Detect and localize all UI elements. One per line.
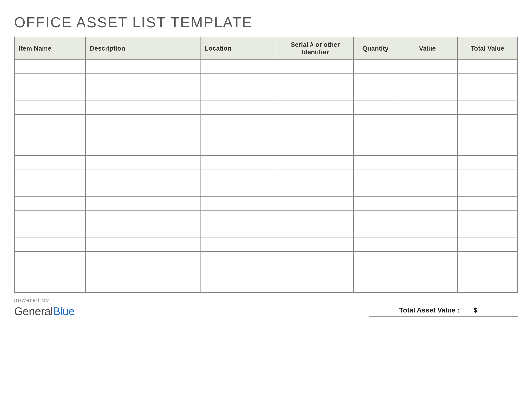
cell-description[interactable] [86, 169, 200, 183]
cell-location[interactable] [200, 87, 277, 101]
cell-total_value[interactable] [457, 60, 518, 73]
cell-location[interactable] [200, 156, 277, 169]
cell-serial[interactable] [277, 224, 353, 238]
cell-item_name[interactable] [15, 114, 86, 128]
cell-total_value[interactable] [457, 197, 518, 210]
cell-serial[interactable] [277, 60, 353, 73]
cell-serial[interactable] [277, 73, 353, 87]
cell-serial[interactable] [277, 183, 353, 197]
cell-serial[interactable] [277, 156, 353, 169]
cell-description[interactable] [86, 142, 200, 156]
cell-serial[interactable] [277, 114, 353, 128]
cell-description[interactable] [86, 73, 200, 87]
cell-total_value[interactable] [457, 114, 518, 128]
cell-value[interactable] [397, 73, 457, 87]
cell-location[interactable] [200, 128, 277, 142]
cell-description[interactable] [86, 114, 200, 128]
cell-quantity[interactable] [353, 128, 397, 142]
cell-quantity[interactable] [353, 156, 397, 169]
cell-value[interactable] [397, 169, 457, 183]
cell-item_name[interactable] [15, 128, 86, 142]
cell-item_name[interactable] [15, 60, 86, 73]
cell-serial[interactable] [277, 252, 353, 265]
cell-total_value[interactable] [457, 265, 518, 279]
cell-quantity[interactable] [353, 197, 397, 210]
cell-serial[interactable] [277, 279, 353, 292]
cell-quantity[interactable] [353, 101, 397, 114]
cell-location[interactable] [200, 238, 277, 252]
cell-quantity[interactable] [353, 224, 397, 238]
cell-location[interactable] [200, 114, 277, 128]
cell-description[interactable] [86, 183, 200, 197]
cell-item_name[interactable] [15, 279, 86, 292]
cell-value[interactable] [397, 210, 457, 224]
cell-description[interactable] [86, 197, 200, 210]
cell-description[interactable] [86, 265, 200, 279]
cell-serial[interactable] [277, 197, 353, 210]
cell-value[interactable] [397, 101, 457, 114]
cell-total_value[interactable] [457, 156, 518, 169]
cell-description[interactable] [86, 101, 200, 114]
cell-value[interactable] [397, 224, 457, 238]
cell-description[interactable] [86, 156, 200, 169]
cell-location[interactable] [200, 169, 277, 183]
cell-total_value[interactable] [457, 210, 518, 224]
cell-location[interactable] [200, 224, 277, 238]
cell-value[interactable] [397, 60, 457, 73]
cell-value[interactable] [397, 279, 457, 292]
cell-location[interactable] [200, 279, 277, 292]
cell-quantity[interactable] [353, 252, 397, 265]
cell-location[interactable] [200, 265, 277, 279]
cell-description[interactable] [86, 128, 200, 142]
cell-location[interactable] [200, 101, 277, 114]
cell-description[interactable] [86, 210, 200, 224]
cell-value[interactable] [397, 265, 457, 279]
cell-item_name[interactable] [15, 101, 86, 114]
cell-description[interactable] [86, 60, 200, 73]
cell-item_name[interactable] [15, 169, 86, 183]
cell-serial[interactable] [277, 142, 353, 156]
cell-description[interactable] [86, 224, 200, 238]
cell-item_name[interactable] [15, 252, 86, 265]
cell-value[interactable] [397, 238, 457, 252]
cell-location[interactable] [200, 183, 277, 197]
cell-description[interactable] [86, 87, 200, 101]
cell-total_value[interactable] [457, 252, 518, 265]
cell-location[interactable] [200, 197, 277, 210]
cell-total_value[interactable] [457, 87, 518, 101]
cell-serial[interactable] [277, 210, 353, 224]
cell-value[interactable] [397, 128, 457, 142]
cell-total_value[interactable] [457, 279, 518, 292]
cell-quantity[interactable] [353, 73, 397, 87]
cell-quantity[interactable] [353, 183, 397, 197]
cell-quantity[interactable] [353, 169, 397, 183]
cell-quantity[interactable] [353, 238, 397, 252]
cell-location[interactable] [200, 252, 277, 265]
cell-item_name[interactable] [15, 238, 86, 252]
cell-quantity[interactable] [353, 142, 397, 156]
cell-value[interactable] [397, 252, 457, 265]
cell-total_value[interactable] [457, 224, 518, 238]
cell-serial[interactable] [277, 169, 353, 183]
cell-item_name[interactable] [15, 183, 86, 197]
cell-serial[interactable] [277, 87, 353, 101]
cell-value[interactable] [397, 142, 457, 156]
cell-value[interactable] [397, 183, 457, 197]
cell-quantity[interactable] [353, 87, 397, 101]
cell-location[interactable] [200, 210, 277, 224]
cell-total_value[interactable] [457, 169, 518, 183]
cell-value[interactable] [397, 197, 457, 210]
cell-total_value[interactable] [457, 142, 518, 156]
cell-item_name[interactable] [15, 197, 86, 210]
cell-item_name[interactable] [15, 87, 86, 101]
cell-quantity[interactable] [353, 210, 397, 224]
cell-description[interactable] [86, 279, 200, 292]
cell-value[interactable] [397, 156, 457, 169]
cell-item_name[interactable] [15, 142, 86, 156]
cell-location[interactable] [200, 142, 277, 156]
cell-total_value[interactable] [457, 238, 518, 252]
cell-item_name[interactable] [15, 156, 86, 169]
cell-quantity[interactable] [353, 60, 397, 73]
cell-total_value[interactable] [457, 128, 518, 142]
cell-total_value[interactable] [457, 101, 518, 114]
